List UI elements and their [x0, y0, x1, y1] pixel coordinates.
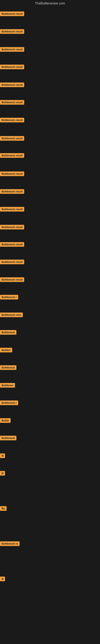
bottleneck-item-20: Bottlen	[0, 348, 12, 353]
bottleneck-item-17: Bottleneck r	[0, 295, 18, 300]
bottleneck-badge-3[interactable]: Bottleneck result	[0, 47, 24, 52]
bottleneck-item-11: Bottleneck result	[0, 189, 24, 194]
bottleneck-badge-11[interactable]: Bottleneck result	[0, 189, 24, 194]
bottleneck-item-29: Bottleneck re	[0, 541, 20, 547]
bottleneck-item-22: Bottlenec	[0, 383, 15, 388]
bottleneck-item-6: Bottleneck result	[0, 100, 24, 106]
bottleneck-item-15: Bottleneck result	[0, 260, 24, 265]
bottleneck-item-30: B	[0, 576, 5, 582]
bottleneck-item-25: Bottleneck	[0, 436, 16, 441]
bottleneck-item-21: Bottleneck	[0, 365, 16, 371]
bottleneck-item-18: Bottleneck resu	[0, 312, 23, 318]
bottleneck-badge-19[interactable]: Bottleneck	[0, 330, 16, 335]
bottleneck-badge-6[interactable]: Bottleneck result	[0, 100, 24, 105]
bottleneck-item-23: Bottleneck r	[0, 400, 18, 406]
bottleneck-item-26: B	[0, 454, 5, 459]
bottleneck-item-27: B	[0, 471, 5, 476]
bottleneck-item-2: Bottleneck result	[0, 29, 24, 34]
bottleneck-item-16: Bottleneck result	[0, 277, 24, 283]
bottleneck-item-9: Bottleneck result	[0, 153, 24, 158]
bottleneck-badge-22[interactable]: Bottlenec	[0, 383, 15, 388]
bottleneck-badge-23[interactable]: Bottleneck r	[0, 400, 18, 405]
bottleneck-badge-20[interactable]: Bottlen	[0, 348, 12, 352]
bottleneck-badge-28[interactable]: Bo	[0, 506, 7, 511]
bottleneck-badge-8[interactable]: Bottleneck result	[0, 136, 24, 141]
bottleneck-badge-7[interactable]: Bottleneck result	[0, 118, 24, 122]
bottleneck-item-13: Bottleneck result	[0, 225, 24, 230]
bottleneck-badge-16[interactable]: Bottleneck result	[0, 277, 24, 282]
bottleneck-badge-1[interactable]: Bottleneck result	[0, 12, 24, 16]
bottleneck-badge-15[interactable]: Bottleneck result	[0, 260, 24, 264]
bottleneck-badge-17[interactable]: Bottleneck r	[0, 295, 18, 300]
bottleneck-badge-18[interactable]: Bottleneck resu	[0, 312, 23, 317]
bottleneck-item-12: Bottleneck result	[0, 207, 24, 212]
bottleneck-badge-27[interactable]: B	[0, 471, 5, 476]
bottleneck-badge-30[interactable]: B	[0, 576, 5, 581]
bottleneck-badge-10[interactable]: Bottleneck result	[0, 172, 24, 176]
bottleneck-item-1: Bottleneck result	[0, 12, 24, 17]
bottleneck-badge-12[interactable]: Bottleneck result	[0, 207, 24, 212]
site-title: TheBottlenecker.com	[0, 0, 100, 6]
bottleneck-badge-24[interactable]: Bottle	[0, 418, 11, 423]
bottleneck-badge-14[interactable]: Bottleneck result	[0, 242, 24, 247]
bottleneck-badge-25[interactable]: Bottleneck	[0, 436, 16, 440]
bottleneck-item-3: Bottleneck result	[0, 47, 24, 52]
bottleneck-item-19: Bottleneck	[0, 330, 16, 336]
bottleneck-badge-5[interactable]: Bottleneck result	[0, 82, 24, 87]
bottleneck-item-10: Bottleneck result	[0, 172, 24, 177]
bottleneck-badge-21[interactable]: Bottleneck	[0, 365, 16, 370]
bottleneck-item-8: Bottleneck result	[0, 136, 24, 142]
bottleneck-item-5: Bottleneck result	[0, 82, 24, 88]
bottleneck-badge-2[interactable]: Bottleneck result	[0, 29, 24, 34]
bottleneck-badge-4[interactable]: Bottleneck result	[0, 64, 24, 69]
bottleneck-badge-26[interactable]: B	[0, 454, 5, 458]
bottleneck-badge-9[interactable]: Bottleneck result	[0, 153, 24, 158]
bottleneck-item-24: Bottle	[0, 418, 11, 424]
bottleneck-badge-29[interactable]: Bottleneck re	[0, 541, 20, 546]
bottleneck-item-4: Bottleneck result	[0, 64, 24, 70]
bottleneck-item-28: Bo	[0, 506, 7, 512]
bottleneck-item-14: Bottleneck result	[0, 242, 24, 248]
bottleneck-item-7: Bottleneck result	[0, 118, 24, 123]
bottleneck-badge-13[interactable]: Bottleneck result	[0, 225, 24, 230]
